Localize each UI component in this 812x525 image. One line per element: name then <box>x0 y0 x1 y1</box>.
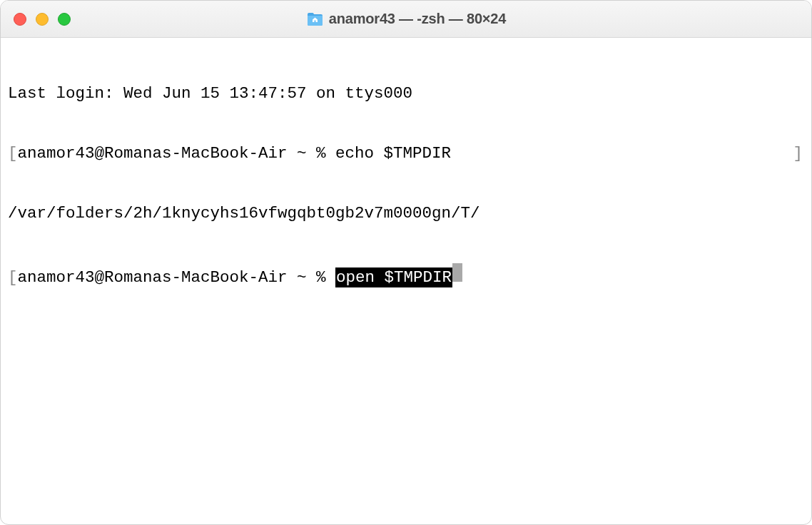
folder-home-icon <box>306 12 323 26</box>
prompt-host: anamor43@Romanas-MacBook-Air ~ % <box>18 143 336 163</box>
titlebar[interactable]: anamor43 — -zsh — 80×24 <box>1 1 811 38</box>
minimize-button[interactable] <box>36 13 49 26</box>
command-text: echo $TMPDIR <box>335 143 451 163</box>
zoom-button[interactable] <box>58 13 71 26</box>
last-login-line: Last login: Wed Jun 15 13:47:57 on ttys0… <box>8 83 804 103</box>
bracket-left-icon: [ <box>8 267 18 287</box>
close-button[interactable] <box>14 13 26 26</box>
output-line: /var/folders/2h/1knycyhs16vfwgqbt0gb2v7m… <box>8 203 804 223</box>
traffic-lights <box>1 13 71 26</box>
terminal-body[interactable]: Last login: Wed Jun 15 13:47:57 on ttys0… <box>1 38 811 333</box>
prompt-host: anamor43@Romanas-MacBook-Air ~ % <box>18 267 336 287</box>
bracket-left-icon: [ <box>8 143 18 163</box>
title-wrap: anamor43 — -zsh — 80×24 <box>1 11 811 27</box>
terminal-window: anamor43 — -zsh — 80×24 Last login: Wed … <box>0 0 812 525</box>
prompt-line-2: [anamor43@Romanas-MacBook-Air ~ % open $… <box>8 263 804 287</box>
prompt-line-1: [anamor43@Romanas-MacBook-Air ~ % echo $… <box>8 143 804 163</box>
command-text-selected[interactable]: open $TMPDIR <box>335 267 452 287</box>
window-title: anamor43 — -zsh — 80×24 <box>329 11 506 27</box>
bracket-right-icon: ] <box>793 143 804 163</box>
cursor-icon <box>452 263 462 282</box>
